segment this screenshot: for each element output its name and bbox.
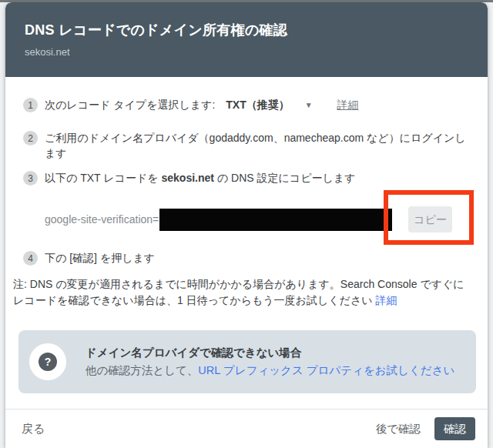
step-4-number: 4 — [23, 251, 38, 266]
domain-verification-dialog: DNS レコードでのドメイン所有権の確認 sekosi.net 1 次のレコード… — [5, 2, 488, 448]
help-box: ? ドメイン名プロバイダで確認できない場合 他の確認方法として、URL プレフィ… — [18, 330, 476, 393]
help-box-text: ドメイン名プロバイダで確認できない場合 他の確認方法として、URL プレフィック… — [86, 345, 454, 379]
dialog-title: DNS レコードでのドメイン所有権の確認 — [25, 21, 469, 39]
txt-record-row: google-site-verification= コピー — [5, 206, 488, 233]
note-details-link[interactable]: 詳細 — [375, 294, 397, 306]
record-type-dropdown-icon[interactable]: ▼ — [305, 98, 313, 113]
step-3-number: 3 — [23, 171, 38, 186]
question-mark-icon: ? — [39, 353, 57, 371]
help-box-subtitle: 他の確認方法として、URL プレフィックス プロパティをお試しください — [86, 363, 454, 379]
redacted-record-value — [159, 209, 392, 231]
step-3-domain: sekosi.net — [162, 172, 214, 184]
dialog-header: DNS レコードでのドメイン所有権の確認 sekosi.net — [5, 2, 488, 77]
step-1-label: 次のレコード タイプを選択します: — [45, 99, 215, 111]
step-3-text-after: の DNS 設定にコピーします — [214, 172, 356, 184]
step-3-text: 以下の TXT レコードを sekosi.net の DNS 設定にコピーします — [45, 170, 356, 186]
step-3-text-before: 以下の TXT レコードを — [45, 172, 162, 184]
url-prefix-property-link[interactable]: URL プレフィックス プロパティをお試しください — [198, 364, 454, 376]
help-box-text-before: 他の確認方法として、 — [86, 364, 198, 376]
record-type-selected-value[interactable]: TXT（推奨） — [226, 99, 289, 111]
txt-record-prefix: google-site-verification= — [45, 213, 159, 226]
step-4-press-verify: 4 下の [確認] を押します — [5, 250, 488, 266]
dialog-footer: 戻る 後で確認 確認 — [5, 409, 488, 448]
step-4-text: 下の [確認] を押します — [45, 250, 155, 266]
help-icon-circle: ? — [29, 343, 66, 380]
dns-propagation-note: 注: DNS の変更が適用されるまでに時間がかかる場合があります。Search … — [5, 276, 488, 309]
verify-button[interactable]: 確認 — [434, 417, 475, 440]
record-type-details-link[interactable]: 詳細 — [337, 99, 358, 111]
step-3-copy-record: 3 以下の TXT レコードを sekosi.net の DNS 設定にコピーし… — [5, 170, 488, 186]
dialog-subtitle-domain: sekosi.net — [25, 46, 469, 58]
step-2-number: 2 — [23, 131, 38, 145]
verify-later-button[interactable]: 後で確認 — [373, 417, 424, 441]
step-2-text: ご利用のドメイン名プロバイダ（godaddy.com、namecheap.com… — [45, 130, 469, 161]
step-1-text: 次のレコード タイプを選択します: TXT（推奨） ▼ 詳細 — [45, 97, 358, 113]
back-button[interactable]: 戻る — [22, 417, 51, 441]
copy-button[interactable]: コピー — [408, 206, 452, 232]
step-2-login-provider: 2 ご利用のドメイン名プロバイダ（godaddy.com、namecheap.c… — [5, 130, 488, 161]
help-box-title: ドメイン名プロバイダで確認できない場合 — [86, 345, 454, 361]
step-1-number: 1 — [23, 98, 38, 112]
step-1-select-record-type: 1 次のレコード タイプを選択します: TXT（推奨） ▼ 詳細 — [5, 97, 488, 113]
